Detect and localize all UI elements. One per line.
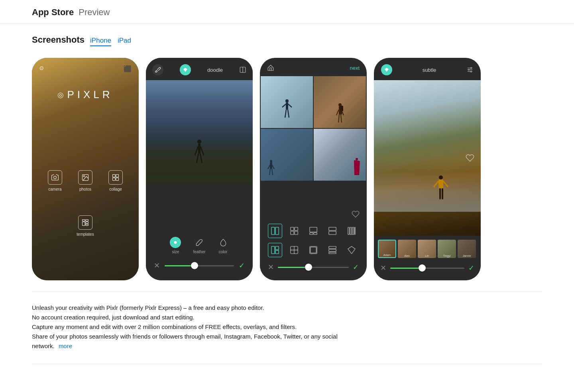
tab-ipad[interactable]: iPad [118,37,131,46]
pixlr-lens-icon: ◎ [57,91,64,99]
screen3-slider-track [278,267,349,268]
screen3-confirm-icon: ✓ [353,263,359,272]
screen2-tools: size feather color [146,231,253,257]
next-button[interactable]: next [350,65,360,71]
svg-rect-27 [291,227,294,230]
photos-label: photos [79,187,91,191]
svg-point-0 [54,176,57,179]
feather-tool-icon [194,237,205,248]
size-label: size [172,250,179,254]
pixlr-logo-text: PIXLR [67,89,113,101]
filter-thumb-alex[interactable]: Alex [398,240,416,258]
svg-rect-48 [329,246,336,249]
collage-icon-box [108,170,123,185]
screen1-main-icons: camera photos collage [32,170,139,191]
person-arms-raised-icon [281,98,293,122]
svg-rect-59 [439,188,441,199]
svg-rect-23 [270,162,272,169]
svg-rect-25 [271,227,275,234]
filter-thumb-tingyi[interactable]: Tingyi [438,240,456,258]
screen2-title-row [180,64,191,75]
screen1-home: ⚙ ⬛ ◎ PIXLR camera [32,58,139,280]
tab-iphone[interactable]: iPhone [90,37,111,46]
filter-label-alex: Alex [398,254,416,257]
collage-diamond-icon[interactable] [344,243,359,257]
screen2-topbar: doodle [146,58,253,80]
svg-point-57 [439,175,443,179]
svg-point-16 [174,241,177,244]
layout-grid-icon[interactable] [287,224,301,238]
screen1-camera-item: camera [48,170,62,191]
phone-frame-4: subtle [374,58,481,280]
collage-cell-2 [314,76,366,128]
collage-sel-icon[interactable] [268,243,282,257]
svg-rect-34 [329,227,336,230]
screen2-slider: ✕ ✓ [146,257,253,274]
collage-sel-svg [271,246,279,254]
collage-border-icon[interactable] [287,243,301,257]
screenshots-heading-row: Screenshots iPhone iPad [32,35,542,51]
screen4-slider-thumb [419,264,426,272]
templates-label: templates [77,232,94,236]
heart-row [265,209,361,221]
diamond-icon [183,67,188,72]
droplet-icon [219,238,227,246]
svg-point-2 [83,175,85,177]
layout-feature-icon[interactable] [306,224,320,238]
svg-rect-37 [350,227,352,234]
svg-rect-10 [86,222,88,223]
svg-rect-38 [352,227,354,234]
cancel-icon: ✕ [154,261,160,270]
screen1-secondary-icons: templates [32,215,139,236]
layout-2col-icon[interactable] [268,224,282,238]
layout-feature-svg [309,227,318,235]
brush-icon [155,67,161,73]
screen1-photos-item: photos [78,170,92,191]
more-link[interactable]: more [59,343,72,349]
svg-point-55 [468,69,469,71]
filter-label-adam: Adam [379,254,395,256]
screen4-photo [374,80,481,236]
adjust-icon [466,66,474,73]
layout-strip-icon[interactable] [344,224,359,238]
camera-icon-box [48,170,62,185]
collage-rows-svg [328,246,337,254]
screen3-topbar: next [260,58,367,76]
feather-tool: feather [193,237,205,254]
color-tool: color [218,237,229,254]
device-tabs: iPhone iPad [90,37,131,46]
svg-rect-49 [329,249,336,252]
app-store-label: App Store [32,7,74,17]
camera-label: camera [48,187,61,191]
filter-thumb-jannie[interactable]: Jannie [458,240,476,258]
collage-square-icon[interactable] [306,243,320,257]
svg-rect-26 [275,227,279,234]
screen4-topbar: subtle [374,58,481,80]
diamond-filter-icon [384,67,389,72]
svg-rect-7 [82,220,85,221]
svg-rect-28 [295,227,298,230]
filter-thumb-lin[interactable]: Lin [418,240,436,258]
diamond-tool-active [180,64,191,75]
layout-2col-svg [271,227,279,235]
yellow-jacket-person-icon [433,174,449,206]
heart-icon [352,210,360,218]
color-label: color [219,250,228,254]
screen4-heart-icon [466,154,474,164]
svg-rect-60 [442,188,443,199]
feather-label: feather [193,250,205,254]
filter-thumb-adam[interactable]: Adam [378,240,396,258]
screen3-slider: ✕ ✓ [265,260,361,275]
collage-rows-icon[interactable] [325,243,340,257]
layout-icons-row-2 [265,240,361,260]
screen3-cancel-icon: ✕ [268,263,274,272]
collage-cell-3 [261,129,313,181]
layout-wide-icon[interactable] [325,224,340,238]
screen4-bottom: Adam Alex Lin Tingyi [374,236,481,280]
screen1-templates-item: templates [77,215,94,236]
svg-rect-42 [275,250,279,254]
svg-point-22 [270,160,272,162]
subtle-title: subtle [423,67,436,73]
heart-svg-4 [466,154,474,162]
brush-tool-icon [152,64,163,75]
